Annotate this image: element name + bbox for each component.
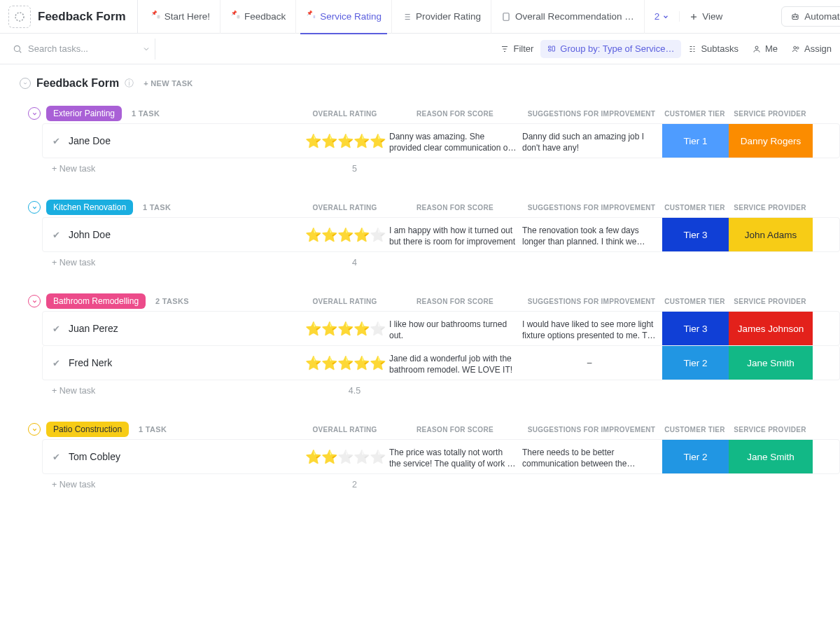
check-icon: ✔ <box>52 324 60 334</box>
info-icon[interactable]: ⓘ <box>125 77 134 90</box>
section-collapse-toggle[interactable] <box>20 78 31 89</box>
suggestions-cell: The renovation took a few days longer th… <box>522 221 662 249</box>
search-icon <box>13 44 22 54</box>
tier-badge[interactable]: Tier 3 <box>662 218 729 251</box>
tier-badge[interactable]: Tier 2 <box>662 440 729 473</box>
group-chip[interactable]: Exterior Painting <box>46 106 122 121</box>
svg-rect-8 <box>549 46 552 48</box>
provider-badge[interactable]: Jane Smith <box>729 440 813 473</box>
provider-badge[interactable]: John Adams <box>729 218 813 251</box>
group-average: 4.5 <box>311 386 398 396</box>
rating-stars: ⭐⭐⭐⭐⭐ <box>302 228 389 242</box>
group-collapse-toggle[interactable] <box>28 107 41 120</box>
app-title: Feedback Form <box>38 0 138 34</box>
user-icon <box>752 45 761 53</box>
table-row[interactable]: ✔ Jane Doe ⭐⭐⭐⭐⭐ Danny was amazing. She … <box>42 123 840 158</box>
tab-label: Feedback <box>244 11 286 22</box>
col-provider: SERVICE PROVIDER <box>728 426 812 434</box>
row-name: Jane Doe <box>69 135 111 146</box>
svg-point-11 <box>755 46 758 49</box>
tier-badge[interactable]: Tier 2 <box>662 346 729 380</box>
check-icon: ✔ <box>52 136 60 146</box>
reason-cell: The price was totally not worth the serv… <box>389 443 522 471</box>
new-task-button[interactable]: + New task <box>52 164 311 174</box>
group-average: 2 <box>311 480 398 490</box>
table-row[interactable]: ✔ Juan Perez ⭐⭐⭐⭐⭐ I like how our bathro… <box>42 311 840 346</box>
more-views-dropdown[interactable]: 2 <box>645 11 680 22</box>
tab-start-here[interactable]: 📌 Start Here! <box>141 0 220 34</box>
row-name: Juan Perez <box>69 323 118 334</box>
rating-stars: ⭐⭐⭐⭐⭐ <box>302 322 389 335</box>
col-reason: REASON FOR SCORE <box>388 204 522 212</box>
provider-badge[interactable]: Jane Smith <box>729 346 813 380</box>
group-chip[interactable]: Bathroom Remodelling <box>46 293 146 309</box>
check-icon: ✔ <box>52 452 60 462</box>
new-task-button[interactable]: + New task <box>52 480 311 490</box>
search-input[interactable] <box>28 43 126 54</box>
doc-icon <box>501 12 511 22</box>
group-count: 2 TASKS <box>155 297 189 305</box>
subtasks-button[interactable]: Subtasks <box>681 43 745 54</box>
table-row[interactable]: ✔ Fred Nerk ⭐⭐⭐⭐⭐ Jane did a wonderful j… <box>42 346 840 380</box>
reason-cell: Jane did a wonderful job with the bathro… <box>389 349 522 377</box>
tab-provider-rating[interactable]: Provider Rating <box>392 0 491 34</box>
me-label: Me <box>765 43 778 54</box>
reason-cell: Danny was amazing. She provided clear co… <box>389 127 522 155</box>
table-row[interactable]: ✔ Tom Cobley ⭐⭐⭐⭐⭐ The price was totally… <box>42 439 840 474</box>
group-by-label: Group by: Type of Service… <box>560 43 674 54</box>
col-tier: CUSTOMER TIER <box>662 204 728 212</box>
col-provider: SERVICE PROVIDER <box>728 298 812 305</box>
users-icon <box>792 45 800 53</box>
group-chip[interactable]: Kitchen Renovation <box>46 200 133 215</box>
group-collapse-toggle[interactable] <box>28 295 41 307</box>
assign-button[interactable]: Assign <box>785 43 832 54</box>
svg-rect-10 <box>552 46 555 51</box>
section-new-task[interactable]: + NEW TASK <box>144 79 192 88</box>
group-count: 1 TASK <box>139 425 167 434</box>
row-name: John Doe <box>69 229 111 240</box>
tab-label: Overall Recommendation … <box>515 11 634 22</box>
tier-badge[interactable]: Tier 3 <box>662 312 729 345</box>
tab-service-rating[interactable]: 📌 Service Rating <box>296 0 392 34</box>
group-1: Kitchen Renovation 1 TASK OVERALL RATING… <box>18 197 840 273</box>
assign-label: Assign <box>804 43 832 54</box>
new-task-button[interactable]: + New task <box>52 258 311 268</box>
add-view-button[interactable]: View <box>680 11 732 22</box>
group-by-button[interactable]: Group by: Type of Service… <box>540 40 681 58</box>
view-tabs: 📌 Start Here! 📌 Feedback 📌 Service Ratin… <box>141 0 645 34</box>
top-bar: Feedback Form 📌 Start Here! 📌 Feedback 📌… <box>0 0 840 34</box>
tab-overall-recommendation[interactable]: Overall Recommendation … <box>491 0 645 34</box>
search-wrap <box>8 39 155 60</box>
table-row[interactable]: ✔ John Doe ⭐⭐⭐⭐⭐ I am happy with how it … <box>42 217 840 252</box>
check-icon: ✔ <box>52 358 60 368</box>
provider-badge[interactable]: Danny Rogers <box>729 124 813 158</box>
automate-button[interactable]: Automate <box>781 6 840 27</box>
filter-button[interactable]: Filter <box>493 43 540 54</box>
col-rating: OVERALL RATING <box>301 298 388 305</box>
more-views-count: 2 <box>654 11 660 22</box>
svg-point-5 <box>794 16 794 17</box>
group-chip[interactable]: Patio Construction <box>46 422 129 437</box>
group-collapse-toggle[interactable] <box>28 423 41 436</box>
subtasks-label: Subtasks <box>701 43 738 54</box>
new-task-button[interactable]: + New task <box>52 386 311 396</box>
tier-badge[interactable]: Tier 1 <box>662 124 729 158</box>
col-suggestions: SUGGESTIONS FOR IMPROVEMENT <box>522 298 662 305</box>
col-tier: CUSTOMER TIER <box>662 426 728 434</box>
rating-stars: ⭐⭐⭐⭐⭐ <box>302 356 389 370</box>
svg-rect-9 <box>549 49 552 51</box>
provider-badge[interactable]: James Johnson <box>729 312 813 345</box>
check-icon: ✔ <box>52 230 60 240</box>
col-suggestions: SUGGESTIONS FOR IMPROVEMENT <box>522 426 662 434</box>
list-icon <box>402 12 412 22</box>
rating-stars: ⭐⭐⭐⭐⭐ <box>302 450 389 464</box>
reason-cell: I am happy with how it turned out but th… <box>389 221 522 249</box>
group-collapse-toggle[interactable] <box>28 201 41 214</box>
suggestions-cell: There needs to be better communication b… <box>522 443 662 471</box>
tab-feedback[interactable]: 📌 Feedback <box>220 0 296 34</box>
col-reason: REASON FOR SCORE <box>388 298 522 305</box>
group-icon <box>547 45 556 53</box>
add-view-label: View <box>702 11 722 22</box>
chevron-down-icon[interactable] <box>142 45 150 53</box>
me-button[interactable]: Me <box>746 43 785 54</box>
